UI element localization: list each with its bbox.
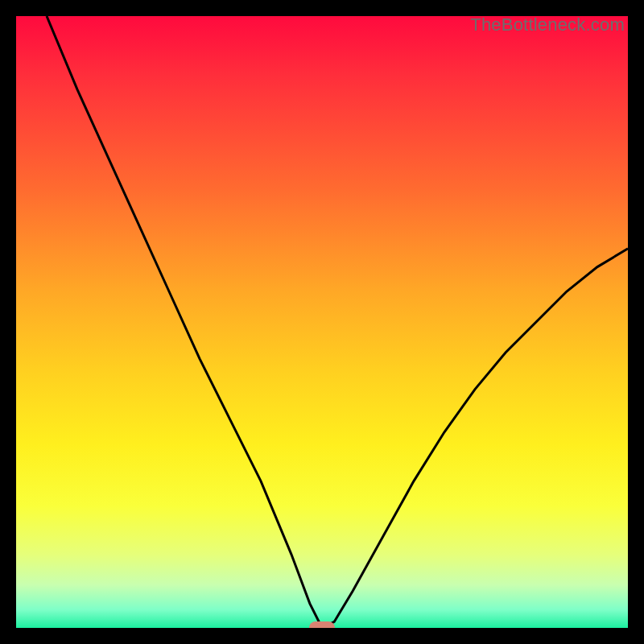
attribution-text: TheBottleneck.com (470, 14, 625, 35)
bottleneck-curve (47, 16, 628, 628)
plot-area (16, 16, 628, 628)
marker-dot (309, 621, 335, 628)
curve-svg (16, 16, 628, 628)
chart-frame: TheBottleneck.com (16, 16, 628, 628)
